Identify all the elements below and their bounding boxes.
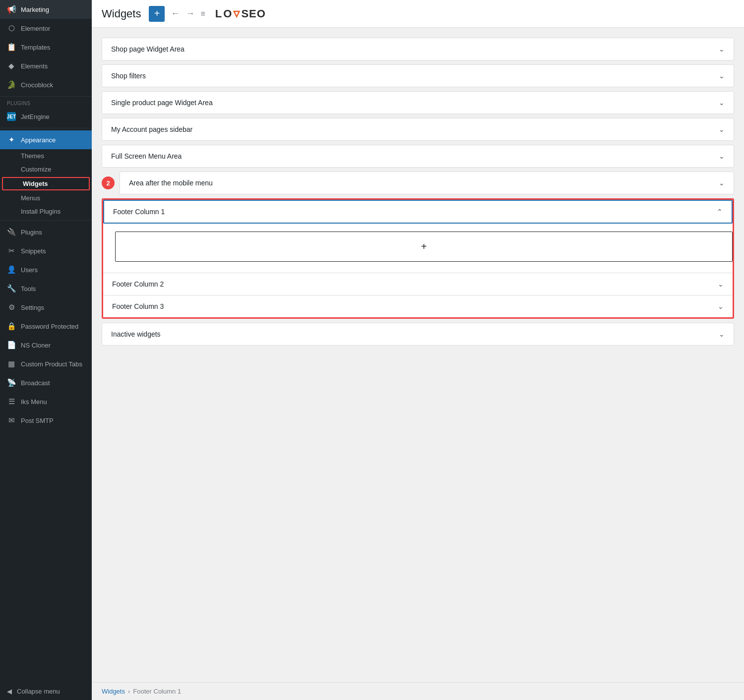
elements-icon: ◆ <box>7 61 16 70</box>
widget-section-inactive: Inactive widgets ⌄ <box>102 323 734 346</box>
menu-button[interactable]: ≡ <box>200 9 205 18</box>
inactive-widgets-label: Inactive widgets <box>111 330 161 338</box>
sidebar-item-custom-product-tabs[interactable]: ▦ Custom Product Tabs <box>0 354 92 373</box>
widget-section-shop-page: Shop page Widget Area ⌄ <box>102 38 734 60</box>
sidebar: 📢 Marketing ⬡ Elementor 📋 Templates ◆ El… <box>0 0 92 700</box>
footer-col3-chevron: ⌄ <box>718 302 724 310</box>
widget-section-shop-filters: Shop filters ⌄ <box>102 64 734 87</box>
footer-col3-label: Footer Column 3 <box>112 302 164 310</box>
widget-section-footer-col2: Footer Column 2 ⌄ <box>103 273 733 295</box>
footer-group: Footer Column 1 ⌃ + Footer Column 2 ⌄ Fo… <box>102 198 734 319</box>
sidebar-sub-item-widgets[interactable]: Widgets <box>2 177 90 190</box>
logo-lo: L <box>215 7 222 20</box>
footer-col2-label: Footer Column 2 <box>112 280 164 288</box>
add-widget-button[interactable]: + <box>149 6 165 22</box>
footer-col1-chevron: ⌃ <box>717 208 723 216</box>
sidebar-item-label: Templates <box>21 44 50 51</box>
sidebar-item-label: Tools <box>21 285 36 292</box>
main-content: Widgets + ← → ≡ LO▿SEO Shop page Widget … <box>92 0 744 700</box>
sidebar-item-elements[interactable]: ◆ Elements <box>0 57 92 75</box>
my-account-header[interactable]: My Account pages sidebar ⌄ <box>102 118 734 140</box>
plugins-label: PLUGINS <box>0 96 92 107</box>
sidebar-sub-item-customize[interactable]: Customize <box>0 163 92 176</box>
inactive-widgets-header[interactable]: Inactive widgets ⌄ <box>102 323 734 345</box>
sidebar-sub-item-install-plugins[interactable]: Install Plugins <box>0 205 92 218</box>
widget-section-single-product: Single product page Widget Area ⌄ <box>102 91 734 114</box>
shop-filters-header[interactable]: Shop filters ⌄ <box>102 65 734 87</box>
sidebar-sub-item-menus[interactable]: Menus <box>0 191 92 205</box>
sidebar-item-elementor[interactable]: ⬡ Elementor <box>0 19 92 38</box>
crocoblock-icon: 🐊 <box>7 80 16 89</box>
password-icon: 🔒 <box>7 322 16 331</box>
plugins-icon: 🔌 <box>7 228 16 236</box>
my-account-chevron: ⌄ <box>719 125 725 133</box>
sidebar-item-password-protected[interactable]: 🔒 Password Protected <box>0 317 92 336</box>
sidebar-item-broadcast[interactable]: 📡 Broadcast <box>0 373 92 392</box>
footer-col2-header[interactable]: Footer Column 2 ⌄ <box>103 273 733 295</box>
step-badge-2: 2 <box>102 176 115 189</box>
full-screen-chevron: ⌄ <box>719 152 725 160</box>
sidebar-item-users[interactable]: 👤 Users <box>0 260 92 279</box>
footer-col1-header[interactable]: Footer Column 1 ⌃ <box>103 200 733 224</box>
sidebar-item-marketing[interactable]: 📢 Marketing <box>0 0 92 19</box>
sidebar-item-settings[interactable]: ⚙ Settings <box>0 298 92 317</box>
back-button[interactable]: ← <box>171 8 180 19</box>
footer-col1-section: Footer Column 1 ⌃ + <box>103 200 733 273</box>
users-icon: 👤 <box>7 265 16 274</box>
sidebar-item-label: Iks Menu <box>21 398 47 406</box>
broadcast-icon: 📡 <box>7 378 16 387</box>
widget-section-full-screen: Full Screen Menu Area ⌄ <box>102 145 734 168</box>
sidebar-item-crocoblock[interactable]: 🐊 Crocoblock <box>0 75 92 94</box>
sidebar-sub-item-themes[interactable]: Themes <box>0 149 92 163</box>
footer-col2-chevron: ⌄ <box>718 280 724 288</box>
sidebar-item-label: Users <box>21 266 38 274</box>
shop-page-chevron: ⌄ <box>719 45 725 53</box>
templates-icon: 📋 <box>7 43 16 52</box>
sidebar-item-iks-menu[interactable]: ☰ Iks Menu <box>0 392 92 411</box>
breadcrumb-current: Footer Column 1 <box>133 688 181 695</box>
single-product-chevron: ⌄ <box>719 99 725 107</box>
footer-col1-body: + <box>103 224 733 273</box>
widget-content: Shop page Widget Area ⌄ Shop filters ⌄ S… <box>92 28 744 682</box>
breadcrumb-parent[interactable]: Widgets <box>102 688 125 695</box>
sidebar-item-snippets[interactable]: ✂ Snippets <box>0 241 92 260</box>
sidebar-item-label: NS Cloner <box>21 342 51 349</box>
jetengine-icon: JET <box>7 112 16 121</box>
add-widget-to-footer-col1[interactable]: + <box>115 232 733 262</box>
mobile-menu-header[interactable]: Area after the mobile menu ⌄ <box>120 172 734 194</box>
sidebar-item-ns-cloner[interactable]: 📄 NS Cloner <box>0 336 92 354</box>
sidebar-item-tools[interactable]: 🔧 Tools <box>0 279 92 298</box>
shop-page-label: Shop page Widget Area <box>111 45 185 53</box>
sidebar-item-label: Custom Product Tabs <box>21 360 82 368</box>
my-account-label: My Account pages sidebar <box>111 125 192 133</box>
tools-icon: 🔧 <box>7 284 16 293</box>
sidebar-item-label: JetEngine <box>21 113 50 120</box>
sidebar-item-label: Post SMTP <box>21 417 54 424</box>
sidebar-item-templates[interactable]: 📋 Templates <box>0 38 92 57</box>
breadcrumb-separator: › <box>128 688 130 695</box>
sidebar-item-plugins[interactable]: 🔌 Plugins <box>0 223 92 241</box>
shop-page-header[interactable]: Shop page Widget Area ⌄ <box>102 38 734 60</box>
collapse-menu[interactable]: ◀ Collapse menu <box>0 683 92 700</box>
sidebar-item-label: Broadcast <box>21 379 50 387</box>
ns-cloner-icon: 📄 <box>7 341 16 350</box>
forward-button[interactable]: → <box>186 8 194 19</box>
single-product-header[interactable]: Single product page Widget Area ⌄ <box>102 92 734 114</box>
post-smtp-icon: ✉ <box>7 416 16 425</box>
sidebar-item-label: Marketing <box>21 6 49 13</box>
elementor-icon: ⬡ <box>7 24 16 33</box>
footer-col3-header[interactable]: Footer Column 3 ⌄ <box>103 295 733 317</box>
sidebar-item-label: Password Protected <box>21 323 78 330</box>
footer-col1-label: Footer Column 1 <box>113 208 165 216</box>
collapse-icon: ◀ <box>7 688 12 695</box>
sidebar-item-jetengine[interactable]: JET JetEngine <box>0 107 92 126</box>
sidebar-item-label: Elementor <box>21 25 50 32</box>
full-screen-label: Full Screen Menu Area <box>111 152 182 160</box>
sidebar-item-label: Appearance <box>21 136 56 144</box>
sidebar-divider <box>0 128 92 128</box>
topbar: Widgets + ← → ≡ LO▿SEO <box>92 0 744 28</box>
logo-seo: SEO <box>241 7 265 20</box>
full-screen-header[interactable]: Full Screen Menu Area ⌄ <box>102 145 734 167</box>
sidebar-item-post-smtp[interactable]: ✉ Post SMTP <box>0 411 92 430</box>
sidebar-item-appearance[interactable]: ✦ Appearance <box>0 130 92 149</box>
